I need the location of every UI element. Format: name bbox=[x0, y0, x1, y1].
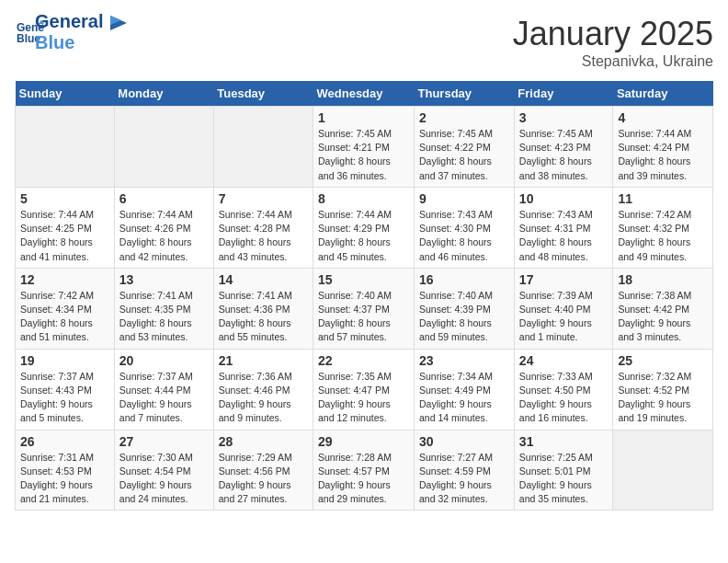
day-info: Sunrise: 7:45 AM Sunset: 4:22 PM Dayligh… bbox=[419, 127, 509, 183]
day-info: Sunrise: 7:45 AM Sunset: 4:21 PM Dayligh… bbox=[318, 127, 409, 183]
weekday-header-monday: Monday bbox=[114, 81, 213, 107]
calendar-cell: 23Sunrise: 7:34 AM Sunset: 4:49 PM Dayli… bbox=[415, 349, 515, 430]
calendar-cell: 14Sunrise: 7:41 AM Sunset: 4:36 PM Dayli… bbox=[213, 268, 313, 349]
weekday-header-tuesday: Tuesday bbox=[213, 81, 313, 107]
calendar-cell: 30Sunrise: 7:27 AM Sunset: 4:59 PM Dayli… bbox=[415, 430, 515, 511]
weekday-header-saturday: Saturday bbox=[613, 81, 713, 107]
page-header: General Blue General Blue January 2025 S… bbox=[15, 15, 713, 70]
calendar-cell: 31Sunrise: 7:25 AM Sunset: 5:01 PM Dayli… bbox=[514, 430, 613, 511]
calendar-cell: 10Sunrise: 7:43 AM Sunset: 4:31 PM Dayli… bbox=[514, 187, 613, 268]
logo-blue: Blue bbox=[35, 32, 127, 53]
day-info: Sunrise: 7:32 AM Sunset: 4:52 PM Dayligh… bbox=[618, 370, 708, 426]
day-number: 3 bbox=[519, 110, 609, 125]
weekday-header-friday: Friday bbox=[514, 81, 613, 107]
day-number: 30 bbox=[419, 434, 509, 449]
weekday-header-thursday: Thursday bbox=[415, 81, 515, 107]
calendar-cell: 4Sunrise: 7:44 AM Sunset: 4:24 PM Daylig… bbox=[613, 107, 713, 188]
calendar-cell: 29Sunrise: 7:28 AM Sunset: 4:57 PM Dayli… bbox=[313, 430, 415, 511]
calendar-week-4: 19Sunrise: 7:37 AM Sunset: 4:43 PM Dayli… bbox=[16, 349, 713, 430]
day-number: 19 bbox=[20, 353, 109, 368]
calendar-cell: 15Sunrise: 7:40 AM Sunset: 4:37 PM Dayli… bbox=[313, 268, 415, 349]
day-number: 29 bbox=[318, 434, 409, 449]
calendar-week-3: 12Sunrise: 7:42 AM Sunset: 4:34 PM Dayli… bbox=[16, 268, 713, 349]
day-number: 25 bbox=[618, 353, 708, 368]
day-number: 18 bbox=[618, 272, 708, 287]
calendar-cell: 27Sunrise: 7:30 AM Sunset: 4:54 PM Dayli… bbox=[114, 430, 213, 511]
day-number: 16 bbox=[419, 272, 509, 287]
calendar-cell: 3Sunrise: 7:45 AM Sunset: 4:23 PM Daylig… bbox=[514, 107, 613, 188]
calendar-header-row: SundayMondayTuesdayWednesdayThursdayFrid… bbox=[16, 81, 713, 107]
calendar-week-2: 5Sunrise: 7:44 AM Sunset: 4:25 PM Daylig… bbox=[16, 187, 713, 268]
location: Stepanivka, Ukraine bbox=[513, 53, 713, 70]
day-info: Sunrise: 7:28 AM Sunset: 4:57 PM Dayligh… bbox=[318, 451, 409, 507]
month-title: January 2025 bbox=[513, 15, 713, 53]
day-info: Sunrise: 7:31 AM Sunset: 4:53 PM Dayligh… bbox=[20, 451, 109, 507]
weekday-header-sunday: Sunday bbox=[16, 81, 115, 107]
day-number: 31 bbox=[519, 434, 609, 449]
day-number: 5 bbox=[20, 191, 109, 206]
calendar-cell bbox=[613, 430, 713, 511]
day-info: Sunrise: 7:30 AM Sunset: 4:54 PM Dayligh… bbox=[119, 451, 209, 507]
day-info: Sunrise: 7:44 AM Sunset: 4:24 PM Dayligh… bbox=[618, 127, 708, 183]
calendar-cell: 5Sunrise: 7:44 AM Sunset: 4:25 PM Daylig… bbox=[16, 187, 115, 268]
weekday-header-wednesday: Wednesday bbox=[313, 81, 415, 107]
day-number: 17 bbox=[519, 272, 609, 287]
logo-flag-icon bbox=[110, 16, 127, 30]
calendar-cell: 11Sunrise: 7:42 AM Sunset: 4:32 PM Dayli… bbox=[613, 187, 713, 268]
calendar-cell: 25Sunrise: 7:32 AM Sunset: 4:52 PM Dayli… bbox=[613, 349, 713, 430]
day-info: Sunrise: 7:37 AM Sunset: 4:43 PM Dayligh… bbox=[20, 370, 109, 426]
day-number: 7 bbox=[219, 191, 308, 206]
day-info: Sunrise: 7:41 AM Sunset: 4:36 PM Dayligh… bbox=[219, 289, 308, 345]
calendar-cell: 13Sunrise: 7:41 AM Sunset: 4:35 PM Dayli… bbox=[114, 268, 213, 349]
calendar-cell: 6Sunrise: 7:44 AM Sunset: 4:26 PM Daylig… bbox=[114, 187, 213, 268]
day-info: Sunrise: 7:43 AM Sunset: 4:30 PM Dayligh… bbox=[419, 208, 509, 264]
day-number: 21 bbox=[219, 353, 308, 368]
logo: General Blue General Blue bbox=[15, 15, 127, 53]
day-number: 14 bbox=[219, 272, 308, 287]
day-number: 10 bbox=[519, 191, 609, 206]
calendar-cell: 1Sunrise: 7:45 AM Sunset: 4:21 PM Daylig… bbox=[313, 107, 415, 188]
day-number: 22 bbox=[318, 353, 409, 368]
day-info: Sunrise: 7:44 AM Sunset: 4:28 PM Dayligh… bbox=[219, 208, 308, 264]
day-number: 11 bbox=[618, 191, 708, 206]
calendar-cell: 24Sunrise: 7:33 AM Sunset: 4:50 PM Dayli… bbox=[514, 349, 613, 430]
day-info: Sunrise: 7:41 AM Sunset: 4:35 PM Dayligh… bbox=[119, 289, 209, 345]
calendar-cell: 2Sunrise: 7:45 AM Sunset: 4:22 PM Daylig… bbox=[415, 107, 515, 188]
day-info: Sunrise: 7:25 AM Sunset: 5:01 PM Dayligh… bbox=[519, 451, 609, 507]
calendar-table: SundayMondayTuesdayWednesdayThursdayFrid… bbox=[15, 81, 713, 511]
day-number: 23 bbox=[419, 353, 509, 368]
day-info: Sunrise: 7:34 AM Sunset: 4:49 PM Dayligh… bbox=[419, 370, 509, 426]
calendar-week-1: 1Sunrise: 7:45 AM Sunset: 4:21 PM Daylig… bbox=[16, 107, 713, 188]
day-number: 6 bbox=[119, 191, 209, 206]
calendar-cell: 28Sunrise: 7:29 AM Sunset: 4:56 PM Dayli… bbox=[213, 430, 313, 511]
day-info: Sunrise: 7:39 AM Sunset: 4:40 PM Dayligh… bbox=[519, 289, 609, 345]
calendar-cell: 19Sunrise: 7:37 AM Sunset: 4:43 PM Dayli… bbox=[16, 349, 115, 430]
day-info: Sunrise: 7:44 AM Sunset: 4:29 PM Dayligh… bbox=[318, 208, 409, 264]
day-number: 20 bbox=[119, 353, 209, 368]
calendar-cell: 21Sunrise: 7:36 AM Sunset: 4:46 PM Dayli… bbox=[213, 349, 313, 430]
calendar-cell: 17Sunrise: 7:39 AM Sunset: 4:40 PM Dayli… bbox=[514, 268, 613, 349]
day-number: 1 bbox=[318, 110, 409, 125]
calendar-cell bbox=[16, 107, 115, 188]
day-number: 26 bbox=[20, 434, 109, 449]
day-info: Sunrise: 7:37 AM Sunset: 4:44 PM Dayligh… bbox=[119, 370, 209, 426]
day-number: 15 bbox=[318, 272, 409, 287]
day-info: Sunrise: 7:42 AM Sunset: 4:34 PM Dayligh… bbox=[20, 289, 109, 345]
day-number: 28 bbox=[219, 434, 308, 449]
day-number: 27 bbox=[119, 434, 209, 449]
calendar-week-5: 26Sunrise: 7:31 AM Sunset: 4:53 PM Dayli… bbox=[16, 430, 713, 511]
day-info: Sunrise: 7:40 AM Sunset: 4:37 PM Dayligh… bbox=[318, 289, 409, 345]
calendar-cell: 7Sunrise: 7:44 AM Sunset: 4:28 PM Daylig… bbox=[213, 187, 313, 268]
day-number: 12 bbox=[20, 272, 109, 287]
calendar-cell: 16Sunrise: 7:40 AM Sunset: 4:39 PM Dayli… bbox=[415, 268, 515, 349]
day-number: 24 bbox=[519, 353, 609, 368]
calendar-cell bbox=[114, 107, 213, 188]
calendar-cell bbox=[213, 107, 313, 188]
day-number: 9 bbox=[419, 191, 509, 206]
day-info: Sunrise: 7:44 AM Sunset: 4:26 PM Dayligh… bbox=[119, 208, 209, 264]
calendar-cell: 12Sunrise: 7:42 AM Sunset: 4:34 PM Dayli… bbox=[16, 268, 115, 349]
day-number: 8 bbox=[318, 191, 409, 206]
calendar-cell: 8Sunrise: 7:44 AM Sunset: 4:29 PM Daylig… bbox=[313, 187, 415, 268]
calendar-cell: 20Sunrise: 7:37 AM Sunset: 4:44 PM Dayli… bbox=[114, 349, 213, 430]
day-info: Sunrise: 7:40 AM Sunset: 4:39 PM Dayligh… bbox=[419, 289, 509, 345]
